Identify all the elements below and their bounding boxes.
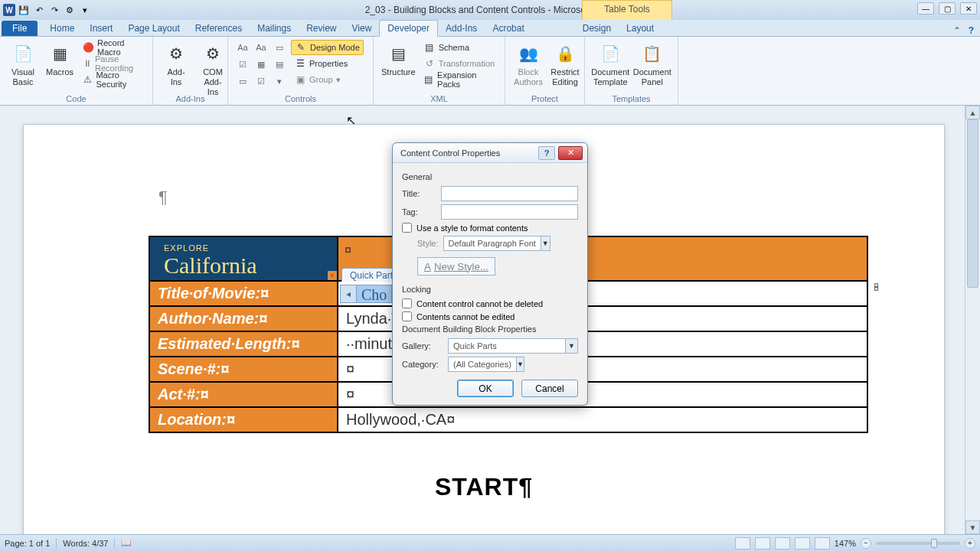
restrict-editing-button[interactable]: 🔒Restrict Editing bbox=[548, 40, 582, 89]
tab-acrobat[interactable]: Acrobat bbox=[485, 21, 531, 36]
com-addins-icon: ⚙ bbox=[201, 41, 225, 66]
cursor-icon: ↖ bbox=[346, 113, 356, 128]
minimize-button[interactable]: — bbox=[917, 2, 934, 15]
tab-mailings[interactable]: Mailings bbox=[250, 21, 299, 36]
category-combo[interactable]: (All Categories)▼ bbox=[448, 357, 524, 372]
gallery-combo[interactable]: Quick Parts▼ bbox=[448, 338, 578, 354]
com-addins-button[interactable]: ⚙COM Add-Ins bbox=[196, 40, 230, 99]
word-count-status[interactable]: Words: 4/37 bbox=[63, 539, 108, 548]
word-icon: W bbox=[3, 4, 15, 16]
tag-input[interactable] bbox=[441, 204, 578, 220]
pause-icon: ⏸ bbox=[83, 57, 92, 70]
full-screen-view-button[interactable] bbox=[755, 537, 770, 549]
quick-access-toolbar: W 💾 ↶ ↷ ⚙ ▾ bbox=[0, 3, 95, 17]
macros-icon: ▦ bbox=[47, 41, 72, 66]
properties-button[interactable]: ☰Properties bbox=[291, 56, 364, 71]
title-input[interactable] bbox=[441, 186, 578, 201]
addins-button[interactable]: ⚙Add-Ins bbox=[159, 40, 193, 89]
tab-add-ins[interactable]: Add-Ins bbox=[438, 21, 485, 36]
group-addins: ⚙Add-Ins ⚙COM Add-Ins Add-Ins bbox=[153, 37, 228, 105]
zoom-slider[interactable] bbox=[876, 542, 960, 545]
pilcrow-mark: ¶ bbox=[158, 187, 168, 207]
schema-button[interactable]: ▤Schema bbox=[420, 40, 498, 55]
page-status[interactable]: Page: 1 of 1 bbox=[5, 539, 50, 548]
lock-delete-checkbox[interactable] bbox=[402, 298, 412, 308]
use-style-checkbox[interactable] bbox=[402, 223, 412, 233]
document-template-button[interactable]: 📄Document Template bbox=[591, 40, 630, 89]
dialog-close-button[interactable]: ✕ bbox=[558, 146, 583, 160]
tab-insert[interactable]: Insert bbox=[82, 21, 120, 36]
controls-gallery[interactable]: AaAa▭ ☑▦▤ ▭☑▾ bbox=[234, 40, 288, 89]
file-tab[interactable]: File bbox=[2, 21, 38, 36]
group-templates: 📄Document Template 📋Document Panel Templ… bbox=[585, 37, 678, 105]
save-icon[interactable]: 💾 bbox=[17, 3, 31, 17]
proofing-icon[interactable]: 📖 bbox=[121, 538, 132, 548]
content-control-close-icon[interactable]: × bbox=[328, 271, 337, 280]
content-control-text[interactable]: Cho bbox=[357, 285, 392, 303]
macros-button[interactable]: ▦Macros bbox=[43, 40, 77, 79]
scroll-up-icon[interactable]: ▲ bbox=[965, 106, 980, 119]
pause-recording-button: ⏸Pause Recording bbox=[80, 56, 146, 71]
record-icon: 🔴 bbox=[83, 41, 94, 54]
redo-icon[interactable]: ↷ bbox=[47, 3, 61, 17]
title-label: Title: bbox=[402, 189, 441, 198]
structure-button[interactable]: ▤Structure bbox=[380, 40, 417, 79]
print-layout-view-button[interactable] bbox=[735, 537, 750, 549]
lock-edit-label: Contents cannot be edited bbox=[416, 312, 514, 321]
help-icon[interactable]: ? bbox=[969, 25, 974, 36]
record-macro-button[interactable]: 🔴Record Macro bbox=[80, 40, 146, 55]
document-panel-button[interactable]: 📋Document Panel bbox=[633, 40, 672, 89]
transformation-icon: ↺ bbox=[423, 57, 436, 70]
draft-view-button[interactable] bbox=[815, 537, 830, 549]
qat-dropdown-icon[interactable]: ▾ bbox=[78, 3, 92, 17]
transformation-button: ↺Transformation bbox=[420, 56, 498, 71]
scroll-thumb[interactable] bbox=[967, 119, 978, 288]
close-window-button[interactable]: ✕ bbox=[960, 2, 977, 15]
tab-references[interactable]: References bbox=[188, 21, 250, 36]
table-label: Estimated·Length:¤ bbox=[149, 331, 338, 357]
doc-panel-icon: 📋 bbox=[640, 41, 665, 66]
lock-edit-checkbox[interactable] bbox=[402, 311, 412, 321]
tab-view[interactable]: View bbox=[345, 21, 380, 36]
visual-basic-button[interactable]: 📄Visual Basic bbox=[6, 40, 40, 89]
tab-design[interactable]: Design bbox=[575, 21, 619, 36]
macro-security-button[interactable]: ⚠Macro Security bbox=[80, 72, 146, 87]
table-value[interactable]: Hollywood,·CA¤ bbox=[338, 407, 867, 432]
chevron-down-icon[interactable]: ▼ bbox=[565, 339, 577, 353]
group-code: 📄Visual Basic ▦Macros 🔴Record Macro ⏸Pau… bbox=[0, 37, 153, 105]
block-authors-button: 👥Block Authors bbox=[511, 40, 545, 89]
zoom-out-button[interactable]: − bbox=[861, 538, 871, 549]
ok-button[interactable]: OK bbox=[457, 380, 514, 397]
zoom-in-button[interactable]: + bbox=[965, 538, 975, 549]
tab-home[interactable]: Home bbox=[42, 21, 82, 36]
group-protect: 👥Block Authors 🔒Restrict Editing Protect bbox=[505, 37, 585, 105]
dialog-help-button[interactable]: ? bbox=[538, 146, 555, 160]
web-layout-view-button[interactable] bbox=[775, 537, 790, 549]
tab-layout[interactable]: Layout bbox=[619, 21, 662, 36]
tab-page-layout[interactable]: Page Layout bbox=[120, 21, 187, 36]
design-mode-button[interactable]: ✎Design Mode bbox=[291, 40, 364, 55]
scroll-down-icon[interactable]: ▼ bbox=[965, 520, 980, 534]
tab-developer[interactable]: Developer bbox=[379, 20, 438, 37]
cancel-button[interactable]: Cancel bbox=[521, 380, 578, 397]
category-label: Category: bbox=[402, 360, 448, 369]
zoom-level[interactable]: 147% bbox=[835, 539, 856, 548]
tab-review[interactable]: Review bbox=[299, 21, 344, 36]
row-end-marker: ¤ bbox=[874, 283, 879, 294]
structure-icon: ▤ bbox=[386, 41, 410, 66]
dialog-titlebar[interactable]: Content Control Properties ? ✕ bbox=[393, 143, 587, 163]
maximize-button[interactable]: ▢ bbox=[939, 2, 956, 15]
vertical-scrollbar[interactable]: ▲ ▼ bbox=[965, 106, 980, 534]
content-control-arrow-icon[interactable]: ◂ bbox=[340, 285, 357, 303]
ribbon-minimize-icon[interactable]: ⌃ bbox=[953, 25, 961, 36]
block-authors-icon: 👥 bbox=[516, 41, 541, 66]
chevron-down-icon[interactable]: ▼ bbox=[516, 357, 524, 371]
expansion-packs-button[interactable]: ▤Expansion Packs bbox=[420, 72, 498, 87]
undo-icon[interactable]: ↶ bbox=[32, 3, 46, 17]
design-mode-icon: ✎ bbox=[295, 41, 307, 54]
zoom-knob[interactable] bbox=[931, 539, 937, 548]
outline-view-button[interactable] bbox=[795, 537, 810, 549]
logo-explore-text: EXPLORE bbox=[164, 243, 209, 253]
qat-custom-icon[interactable]: ⚙ bbox=[63, 3, 77, 17]
window-title: 2_03 - Building Blocks and Content Contr… bbox=[365, 5, 616, 15]
